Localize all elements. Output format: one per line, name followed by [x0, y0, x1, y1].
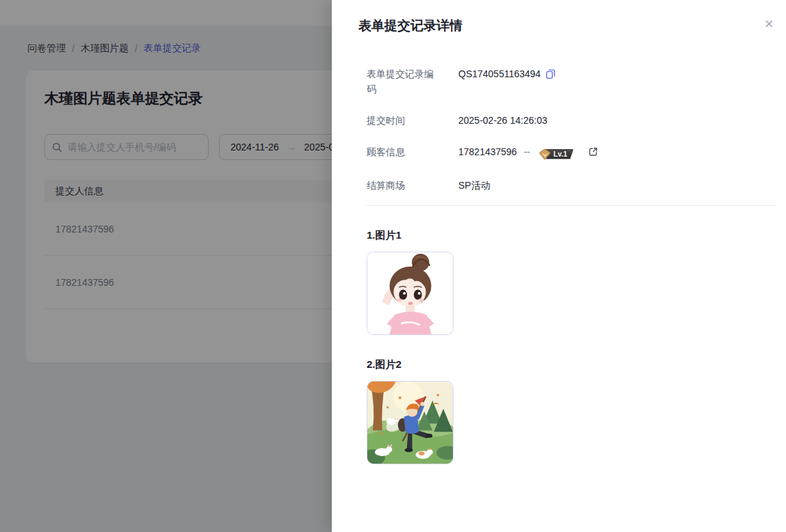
- field-label: 结算商场: [367, 178, 438, 193]
- answer-image-1[interactable]: [367, 252, 454, 335]
- drawer-title: 表单提交记录详情: [358, 17, 462, 35]
- field-label: 顾客信息: [367, 144, 438, 161]
- question-1-heading: 1.图片1: [367, 228, 776, 243]
- customer-phone-value: 17821437596: [458, 144, 517, 159]
- customer-name-placeholder: --: [524, 144, 530, 159]
- gem-icon: [538, 148, 551, 160]
- external-link-icon[interactable]: [588, 144, 598, 159]
- settlement-mall-value: SP活动: [458, 178, 490, 193]
- submission-detail-drawer: 表单提交记录详情 ✕ 表单提交记录编码 QS1740551163494 提交时间…: [332, 0, 786, 532]
- field-settlement-mall: 结算商场 SP活动: [367, 178, 776, 193]
- copy-icon[interactable]: [546, 66, 555, 81]
- field-customer-info: 顾客信息 17821437596 -- Lv.1: [367, 144, 776, 161]
- member-level-badge: Lv.1: [538, 146, 573, 161]
- field-submit-time: 提交时间 2025-02-26 14:26:03: [367, 113, 776, 128]
- question-2-heading: 2.图片2: [367, 357, 776, 372]
- drawer-body: 表单提交记录编码 QS1740551163494 提交时间 2025-02-26…: [367, 66, 776, 464]
- answer-image-2[interactable]: [367, 381, 454, 464]
- field-label: 提交时间: [367, 113, 438, 128]
- close-icon[interactable]: ✕: [761, 16, 777, 32]
- submit-time-value: 2025-02-26 14:26:03: [458, 113, 547, 128]
- record-code-value: QS1740551163494: [458, 66, 540, 81]
- girl-illustration: [367, 252, 453, 334]
- field-record-code: 表单提交记录编码 QS1740551163494: [367, 66, 776, 96]
- forest-boy-illustration: [367, 382, 453, 464]
- divider: [367, 205, 776, 206]
- field-label: 表单提交记录编码: [367, 66, 438, 96]
